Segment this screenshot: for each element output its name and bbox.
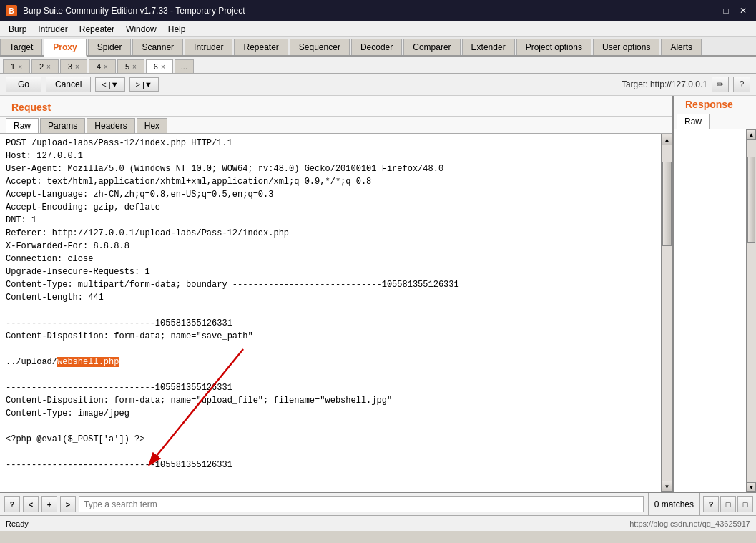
help-target-button[interactable]: ? [733,77,750,92]
tab-scanner[interactable]: Scanner [132,39,183,55]
forward-button[interactable]: > |▼ [129,77,159,92]
scroll-track[interactable] [662,145,672,481]
response-content: ▲ ▼ [674,129,756,492]
menu-window[interactable]: Window [120,23,162,36]
response-scroll-up[interactable]: ▲ [747,129,756,140]
window-controls: ─ □ ✕ [702,5,750,16]
sub-tab-1[interactable]: 1 × [3,59,30,73]
tab-spider[interactable]: Spider [88,39,132,55]
scroll-thumb[interactable] [662,162,672,245]
request-tab-raw[interactable]: Raw [6,118,39,133]
response-btn-2[interactable]: □ [737,496,753,512]
request-tabs: Raw Params Headers Hex [0,117,672,134]
tab-target[interactable]: Target [0,39,42,55]
request-content-area: POST /upload-labs/Pass-12/index.php HTTP… [0,134,672,492]
cancel-button[interactable]: Cancel [46,77,91,92]
title-bar-left: B Burp Suite Community Edition v1.7.33 -… [6,5,245,16]
target-info: Target: http://127.0.0.1 ✏ ? [622,77,750,92]
status-url: https://blog.csdn.net/qq_43625917 [629,519,750,528]
bottom-bar: ? < + > 0 matches ? □ □ [0,492,756,515]
scroll-down-button[interactable]: ▼ [662,481,672,492]
response-scroll-down[interactable]: ▼ [747,482,756,492]
response-tab-raw[interactable]: Raw [677,114,710,129]
matches-section: 0 matches [648,493,699,515]
toolbar: Go Cancel < |▼ > |▼ Target: http://127.0… [0,74,756,96]
response-btn-1[interactable]: □ [720,496,736,512]
search-next-plus-button[interactable]: + [41,496,57,512]
sub-tab-2[interactable]: 2 × [31,59,59,73]
sub-tabs: 1 × 2 × 3 × 4 × 5 × 6 × ... [0,57,756,74]
menu-repeater[interactable]: Repeater [74,23,120,36]
content-wrapper: Request Raw Params Headers Hex POST /upl… [0,96,756,515]
status-bar: Ready https://blog.csdn.net/qq_43625917 [0,515,756,531]
search-section: ? < + > [0,493,648,515]
status-text: Ready [6,519,29,528]
sub-tab-3[interactable]: 3 × [60,59,87,73]
tab-decoder[interactable]: Decoder [351,39,402,55]
close-button[interactable]: ✕ [736,5,750,16]
response-scrollbar[interactable]: ▲ ▼ [746,129,756,492]
menu-intruder[interactable]: Intruder [32,23,73,36]
response-scroll-thumb[interactable] [747,157,755,243]
sub-tab-4[interactable]: 4 × [89,59,116,73]
menu-bar: Burp Intruder Repeater Window Help [0,21,756,37]
tab-repeater[interactable]: Repeater [234,39,288,55]
sub-tab-5[interactable]: 5 × [117,59,144,73]
edit-target-button[interactable]: ✏ [712,77,729,92]
request-tab-headers[interactable]: Headers [87,118,134,133]
tab-alerts[interactable]: Alerts [661,39,702,55]
request-panel: Request Raw Params Headers Hex POST /upl… [0,96,674,492]
response-scroll-track[interactable] [747,140,756,482]
tab-proxy[interactable]: Proxy [44,39,86,57]
sub-tab-more[interactable]: ... [175,59,194,73]
tab-project-options[interactable]: Project options [516,39,591,55]
request-text[interactable]: POST /upload-labs/Pass-12/index.php HTTP… [0,134,661,492]
title-bar: B Burp Suite Community Edition v1.7.33 -… [0,0,756,21]
response-panel-title: Response [679,96,739,112]
tab-user-options[interactable]: User options [593,39,659,55]
sub-tab-4-close[interactable]: × [104,63,108,71]
scroll-up-button[interactable]: ▲ [662,134,672,145]
sub-tab-2-close[interactable]: × [46,63,51,71]
sub-tab-6[interactable]: 6 × [146,59,173,73]
right-bottom-buttons: ? □ □ [699,493,756,515]
window-title: Burp Suite Community Edition v1.7.33 - T… [23,6,245,16]
sub-tab-6-close[interactable]: × [161,63,165,71]
response-panel: Response Raw ▲ ▼ [674,96,756,492]
response-tabs: Raw [674,112,756,129]
tab-sequencer[interactable]: Sequencer [290,39,350,55]
maximize-button[interactable]: □ [719,5,733,16]
matches-count: 0 matches [654,499,694,509]
panels-area: Request Raw Params Headers Hex POST /upl… [0,96,756,492]
go-button[interactable]: Go [6,77,41,92]
request-tab-params[interactable]: Params [40,118,85,133]
menu-burp[interactable]: Burp [3,23,32,36]
tab-intruder[interactable]: Intruder [185,39,232,55]
search-help-button[interactable]: ? [4,496,20,512]
sub-tab-5-close[interactable]: × [132,63,137,71]
main-tabs: Target Proxy Spider Scanner Intruder Rep… [0,37,756,57]
request-tab-hex[interactable]: Hex [137,118,167,133]
highlight-webshell: webshell.php [57,357,119,367]
sub-tab-1-close[interactable]: × [18,63,22,71]
request-panel-title: Request [6,99,57,114]
app-icon: B [6,5,17,16]
target-label: Target: http://127.0.0.1 [622,79,707,89]
tab-comparer[interactable]: Comparer [403,39,460,55]
search-next-button[interactable]: > [60,496,76,512]
search-prev-button[interactable]: < [23,496,39,512]
minimize-button[interactable]: ─ [702,5,716,16]
search-input[interactable] [79,496,644,512]
response-help-button[interactable]: ? [703,496,719,512]
vertical-scrollbar[interactable]: ▲ ▼ [661,134,672,492]
tab-extender[interactable]: Extender [462,39,515,55]
back-button[interactable]: < |▼ [95,77,124,92]
menu-help[interactable]: Help [162,23,192,36]
sub-tab-3-close[interactable]: × [75,63,79,71]
